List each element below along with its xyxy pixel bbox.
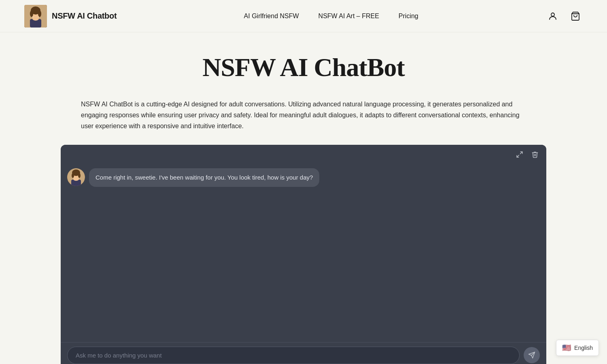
main-nav: AI Girlfriend NSFW NSFW AI Art – FREE Pr… — [244, 13, 418, 20]
svg-point-18 — [72, 173, 74, 178]
svg-point-19 — [78, 173, 81, 178]
header: NSFW AI Chatbot AI Girlfriend NSFW NSFW … — [0, 0, 607, 32]
message-row: Come right in, sweetie. I've been waitin… — [67, 168, 540, 187]
account-button[interactable] — [545, 9, 560, 23]
svg-point-6 — [30, 11, 33, 17]
flag-icon: 🇺🇸 — [562, 343, 571, 352]
logo-avatar — [24, 5, 47, 28]
bot-message: Come right in, sweetie. I've been waitin… — [89, 168, 319, 187]
language-selector[interactable]: 🇺🇸 English — [556, 340, 599, 356]
svg-point-4 — [32, 17, 39, 21]
page-description: NSFW AI ChatBot is a cutting-edge AI des… — [81, 99, 526, 132]
chat-input[interactable] — [67, 347, 520, 364]
header-icons — [545, 9, 583, 23]
chat-toolbar — [61, 145, 546, 164]
clear-chat-button[interactable] — [529, 149, 541, 160]
bot-avatar — [67, 168, 85, 186]
expand-button[interactable] — [514, 149, 525, 160]
svg-point-8 — [551, 13, 554, 16]
svg-line-10 — [520, 152, 522, 154]
language-label: English — [574, 345, 593, 351]
nav-link-pricing[interactable]: Pricing — [399, 13, 418, 20]
nav-link-ai-girlfriend[interactable]: AI Girlfriend NSFW — [244, 13, 299, 20]
svg-point-7 — [38, 11, 41, 17]
svg-point-16 — [73, 178, 79, 181]
nav-link-nsfw-art[interactable]: NSFW AI Art – FREE — [318, 13, 379, 20]
chat-input-area — [61, 342, 546, 364]
cart-button[interactable] — [568, 9, 583, 23]
logo-text: NSFW AI Chatbot — [52, 11, 117, 21]
logo[interactable]: NSFW AI Chatbot — [24, 5, 117, 28]
chat-messages: Come right in, sweetie. I've been waitin… — [61, 164, 546, 342]
chat-container: Come right in, sweetie. I've been waitin… — [61, 145, 546, 364]
main-content: NSFW AI ChatBot NSFW AI ChatBot is a cut… — [0, 32, 607, 364]
send-button[interactable] — [524, 347, 540, 363]
page-title: NSFW AI ChatBot — [24, 53, 583, 83]
svg-line-11 — [517, 155, 519, 157]
